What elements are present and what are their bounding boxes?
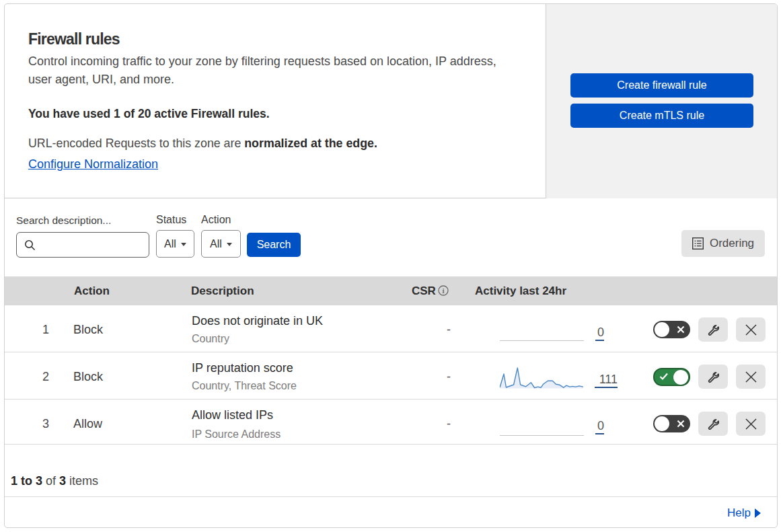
svg-text:i: i	[442, 287, 444, 295]
